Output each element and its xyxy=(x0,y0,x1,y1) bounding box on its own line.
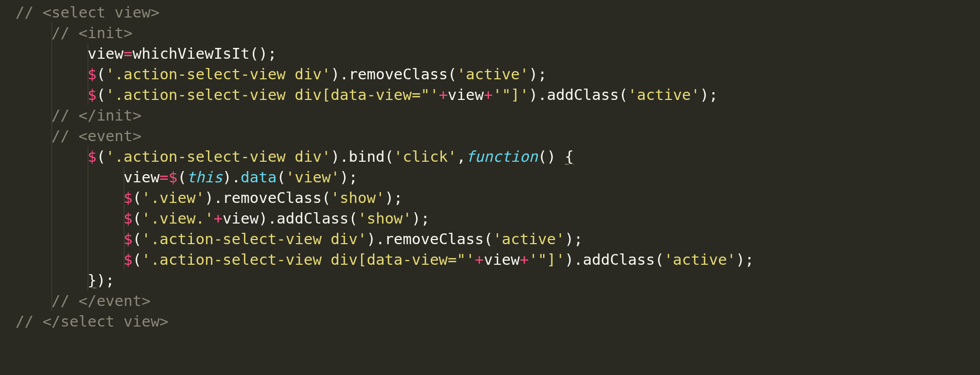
code-token: , xyxy=(457,148,466,165)
code-token: 'active' xyxy=(457,65,529,83)
indent-guide xyxy=(52,187,52,208)
code-line[interactable]: // </select view> xyxy=(0,311,980,332)
code-line[interactable]: $('.action-select-view div').removeClass… xyxy=(0,229,980,249)
code-token: function xyxy=(466,148,538,165)
indent-guide xyxy=(88,43,88,64)
code-token: ( xyxy=(133,210,141,227)
code-token: // </event> xyxy=(52,292,151,310)
code-token: '.action-select-view div' xyxy=(106,65,331,83)
indent-guide xyxy=(88,187,88,208)
indent-guide xyxy=(124,249,124,270)
indent-guide xyxy=(88,84,88,105)
indent-guide xyxy=(124,187,124,208)
indent-guide xyxy=(52,84,52,105)
indent-guide xyxy=(124,208,124,229)
indent xyxy=(15,210,124,227)
indent-guide xyxy=(52,146,52,167)
code-token: $ xyxy=(124,230,133,248)
indent-guide xyxy=(52,208,52,229)
code-token: ).removeClass( xyxy=(367,230,493,248)
code-token: // <select view> xyxy=(15,4,159,21)
code-token: // </init> xyxy=(52,107,142,124)
code-token: + xyxy=(439,86,448,104)
code-line[interactable]: // <event> xyxy=(0,126,980,146)
code-token: '"]' xyxy=(493,86,529,104)
code-token: // </select view> xyxy=(15,313,169,330)
code-token: 'show' xyxy=(331,189,385,207)
code-token: '.view.' xyxy=(141,210,214,227)
indent xyxy=(15,24,52,42)
code-line[interactable]: // </event> xyxy=(0,291,980,311)
code-line[interactable]: view=$(this).data('view'); xyxy=(0,167,980,187)
code-token: ( xyxy=(133,251,141,268)
code-token: ( xyxy=(133,189,141,207)
indent-guide xyxy=(52,126,52,146)
indent-guide xyxy=(88,146,88,167)
code-token: () xyxy=(538,148,565,165)
indent xyxy=(15,189,124,207)
code-line[interactable]: $('.action-select-view div[data-view="'+… xyxy=(0,84,980,105)
code-token: 'show' xyxy=(358,210,412,227)
indent-guide xyxy=(52,64,52,84)
code-token: view xyxy=(484,251,520,268)
code-token: $ xyxy=(88,148,96,165)
indent-guide xyxy=(52,229,52,249)
code-token: ).removeClass( xyxy=(205,189,331,207)
code-token: view xyxy=(88,45,124,62)
code-token: 'view' xyxy=(286,168,340,186)
code-token: this xyxy=(187,168,223,186)
code-token: $ xyxy=(169,168,177,186)
indent-guide xyxy=(52,167,52,187)
code-line[interactable]: $('.action-select-view div').removeClass… xyxy=(0,64,980,84)
code-line[interactable]: }); xyxy=(0,270,980,291)
code-token: ); xyxy=(565,230,583,248)
code-token: = xyxy=(159,168,168,186)
code-line[interactable]: $('.action-select-view div').bind('click… xyxy=(0,146,980,167)
code-token: // <event> xyxy=(52,127,142,145)
code-token: + xyxy=(484,86,493,104)
code-token: '.action-select-view div[data-view="' xyxy=(106,86,439,104)
indent-guide xyxy=(52,105,52,126)
code-token: $ xyxy=(124,210,133,227)
indent xyxy=(15,127,52,145)
code-token: 'click' xyxy=(394,148,456,165)
code-line[interactable]: $('.action-select-view div[data-view="'+… xyxy=(0,249,980,270)
indent-guide xyxy=(52,249,52,270)
code-token: '.action-select-view div' xyxy=(106,148,331,165)
code-token: $ xyxy=(88,86,96,104)
indent xyxy=(15,251,124,268)
indent-guide xyxy=(124,167,124,187)
code-line[interactable]: $('.view.'+view).addClass('show'); xyxy=(0,208,980,229)
code-token: ); xyxy=(736,251,754,268)
indent-guide xyxy=(52,43,52,64)
code-token: ); xyxy=(340,168,358,186)
code-token: data xyxy=(241,168,277,186)
code-token: $ xyxy=(88,65,96,83)
code-line[interactable]: // <select view> xyxy=(0,2,980,23)
code-line[interactable]: $('.view').removeClass('show'); xyxy=(0,187,980,208)
code-token: $ xyxy=(124,189,133,207)
code-token: ).removeClass( xyxy=(331,65,456,83)
code-token: ); xyxy=(700,86,718,104)
code-token: '.view' xyxy=(141,189,204,207)
code-token: 'active' xyxy=(628,86,700,104)
code-editor[interactable]: // <select view> // <init> view=whichVie… xyxy=(0,0,980,332)
indent xyxy=(15,292,52,310)
indent-guide xyxy=(88,249,88,270)
code-token: ); xyxy=(96,271,115,289)
indent xyxy=(15,168,124,186)
indent-guide xyxy=(52,291,52,311)
code-line[interactable]: view=whichViewIsIt(); xyxy=(0,43,980,64)
code-token: ( xyxy=(133,230,141,248)
code-line[interactable]: // </init> xyxy=(0,105,980,126)
indent-guide xyxy=(88,208,88,229)
code-token: + xyxy=(214,210,222,227)
code-token: ).addClass( xyxy=(529,86,628,104)
code-token: view).addClass( xyxy=(223,210,358,227)
code-token: { xyxy=(565,148,574,165)
code-line[interactable]: // <init> xyxy=(0,23,980,43)
indent-guide xyxy=(88,167,88,187)
code-token: $ xyxy=(124,251,133,268)
code-token: + xyxy=(475,251,483,268)
code-token: // <init> xyxy=(52,24,133,42)
